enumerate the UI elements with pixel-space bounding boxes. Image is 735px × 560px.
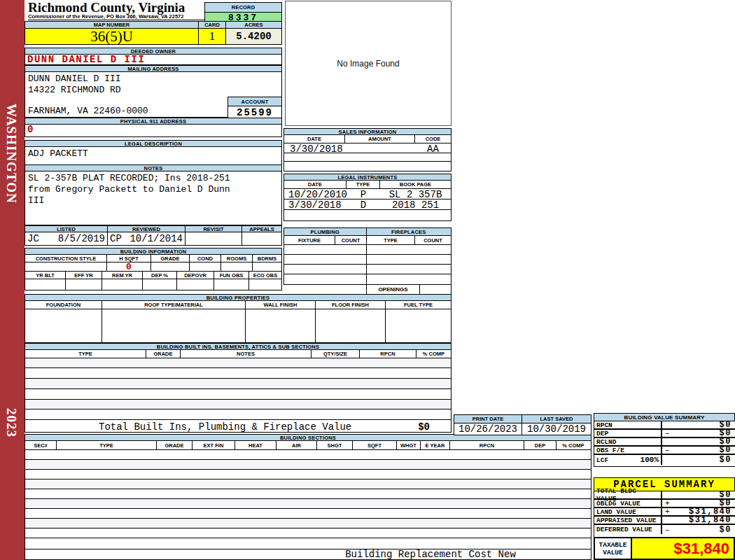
building-properties-title: BUILDING PROPERTIES [24, 294, 451, 301]
review-header-row: LISTED REVIEWED REVISIT APPEALS [24, 225, 282, 232]
notes-label: NOTES [24, 164, 282, 172]
building-value-summary-title: BUILDING VALUE SUMMARY [594, 413, 735, 421]
card-label: CARD [199, 22, 226, 28]
sec-whgt-label: WHGT [397, 441, 421, 449]
listed-value: JC 8/5/2019 [25, 232, 108, 245]
building-sections-header-row: SEC# TYPE GRADE EXT FIN HEAT AIR SHGT SQ… [24, 441, 592, 450]
building-info-value-row2 [24, 279, 282, 290]
building-value-summary-table: RPCN $0 DEP –$0 RCLND $0 OBS F/E –$0 LCF… [594, 421, 735, 467]
instrument-date: 10/20/2010 [288, 189, 347, 200]
tax-year: 2023 [4, 408, 19, 438]
grade-value [151, 262, 190, 271]
bvs-row-dep: DEP –$0 [594, 430, 735, 438]
openings-value [420, 285, 451, 295]
sec-rpcn-label: RPCN [450, 441, 524, 449]
fuel-type-value [386, 309, 451, 342]
sec-air-label: AIR [276, 441, 317, 449]
acres-value: 5.4200 [226, 29, 281, 44]
dep-pct-label: DEP % [143, 272, 177, 279]
notes-block: SL 2-357B PLAT RECORDED; Ins 2018-251 fr… [24, 172, 282, 225]
sec-num-label: SEC# [25, 441, 57, 449]
revisit-value [186, 232, 242, 245]
record-label: RECORD [204, 2, 282, 13]
plumbing-title: PLUMBING [284, 227, 367, 236]
physical-address-label: PHYSICAL 911 ADDRESS [24, 118, 282, 125]
legal-description-label: LEGAL DESCRIPTION [24, 140, 282, 147]
sec-grade-label: GRADE [157, 441, 192, 449]
sec-dep-label: DEP [524, 441, 556, 449]
roof-value [102, 309, 246, 342]
page-subtitle: Commissioner of the Revenue, PO Box 366,… [28, 14, 204, 20]
effyr-value [66, 279, 102, 290]
listed-by: JC [27, 233, 39, 244]
building-info-header-row1: CONSTRUCTION STYLE H SQFT GRADE COND ROO… [24, 255, 282, 262]
reviewed-by: CP [110, 233, 122, 244]
taxable-label-line1: TAXABLE [599, 541, 627, 549]
county-watermark: WASHINGTON [4, 104, 19, 204]
sec-comp-label: % COMP [556, 441, 590, 449]
bvs-label: RCLND [596, 438, 617, 446]
instrument-row: 10/20/2010 P SL 2 357B [284, 189, 451, 200]
notes-line-2: from Gregory Packett to Daniel D Dunn [28, 184, 279, 195]
bvs-label: OBS F/E [596, 447, 624, 454]
hsqft-value: 0 [107, 262, 151, 271]
bvs-row-obs: OBS F/E –$0 [594, 447, 735, 455]
parcel-op: + [665, 499, 670, 507]
effyr-label: EFF YR [66, 272, 102, 279]
sales-amount-label: AMOUNT [345, 135, 415, 143]
floor-finish-value [316, 309, 386, 342]
last-saved-label: LAST SAVED [522, 415, 591, 423]
instrument-bookpage-label: BOOK PAGE [380, 181, 451, 188]
instrument-row: 3/30/2018 D 2018 251 [284, 200, 451, 210]
yrblt-label: YR BLT [25, 272, 66, 279]
instrument-bookpage: SL 2 357B [380, 189, 451, 200]
bvs-pct: 100% [640, 456, 659, 464]
map-value-row: 36(5)U 1 5.4200 [24, 29, 282, 45]
construction-style-value [25, 262, 107, 271]
plumbing-fireplaces-block: PLUMBING FIREPLACES FIXTURE COUNT TYPE C… [284, 227, 451, 292]
acres-label: ACRES [226, 22, 281, 28]
funobs-value [214, 279, 249, 290]
built-ins-header-row: TYPE GRADE NOTES QTY/SIZE RPCN % COMP [24, 350, 451, 358]
parcel-op: – [665, 526, 670, 534]
property-photo-panel: No Image Found [285, 1, 451, 126]
parcel-label: OBLDG VALUE [596, 500, 640, 507]
parcel-row-deferred: DEFERRED VALUE –$0 [594, 525, 735, 534]
instrument-bookpage: 2018 251 [380, 200, 451, 211]
bvs-label: DEP [596, 430, 608, 438]
sales-row [284, 162, 451, 170]
parcel-label: DEFERRED VALUE [596, 526, 652, 533]
instrument-type: D [346, 200, 380, 211]
map-number-value: 36(5)U [25, 29, 199, 44]
notes-line-3: III [28, 195, 279, 206]
title-block: Richmond County, Virginia Commissioner o… [28, 1, 204, 20]
remyr-value [102, 279, 143, 290]
cond-label: COND [190, 255, 221, 262]
sec-heat-label: HEAT [235, 441, 276, 449]
fireplaces-title: FIREPLACES [366, 227, 451, 236]
appeals-value [242, 232, 281, 245]
plumbing-header-row: FIXTURE COUNT TYPE COUNT [284, 236, 451, 245]
parcel-op: + [665, 507, 670, 516]
property-record-card: WASHINGTON 2023 Richmond County, Virgini… [0, 0, 735, 560]
wall-finish-value [246, 309, 316, 342]
no-image-text: No Image Found [337, 59, 399, 69]
sec-type-label: TYPE [57, 441, 157, 449]
reviewed-date: 10/1/2014 [130, 233, 183, 244]
builtin-type-label: TYPE [25, 350, 146, 358]
parcel-label: APPRAISED VALUE [596, 517, 657, 524]
revisit-label: REVISIT [186, 226, 242, 232]
fireplace-count-label: COUNT [415, 236, 451, 244]
hsqft-label: H SQFT [107, 255, 151, 262]
instrument-date: 3/30/2018 [288, 200, 342, 211]
grade-label: GRADE [151, 255, 190, 262]
sec-sqft-label: SQFT [353, 441, 397, 449]
card-value: 1 [199, 29, 226, 44]
building-info-value-row1: 0 [24, 262, 282, 272]
yrblt-value [25, 279, 66, 290]
sec-eyear-label: E YEAR [421, 441, 450, 449]
legal-description-value: ADJ PACKETT [24, 147, 282, 167]
builtin-rpcn-label: RPCN [360, 350, 416, 358]
depovr-label: DEPOVR [177, 272, 214, 279]
appeals-label: APPEALS [242, 226, 281, 232]
